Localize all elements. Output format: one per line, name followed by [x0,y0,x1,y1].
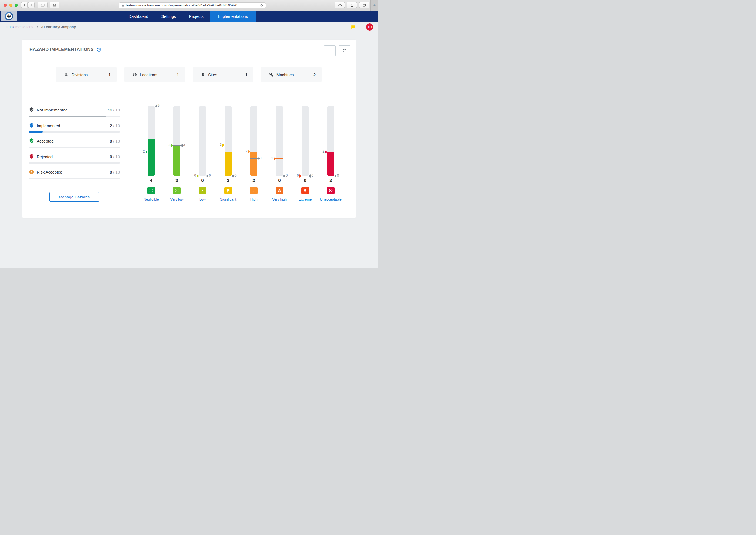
refresh-button[interactable] [338,45,350,56]
focus-dot-icon [199,187,206,194]
right-marker-value: 0 [209,174,216,177]
category-label[interactable]: Very low [164,197,190,201]
sidebar-icon [41,3,45,7]
shield-check-icon [29,154,35,161]
risk-bar-significant[interactable]: 302Significant [216,106,241,203]
left-marker-line [276,158,283,159]
bar-value: 2 [318,178,344,183]
close-window-icon[interactable] [4,4,7,7]
risk-bar-high[interactable]: 212High [241,106,267,203]
tab-overview-button[interactable] [359,2,369,8]
share-button[interactable] [347,2,357,8]
user-avatar[interactable]: TU [366,23,373,31]
new-tab-icon[interactable]: + [370,0,378,11]
risk-bar-very-high[interactable]: 100Very high [267,106,292,203]
building-icon [64,72,69,77]
app-navbar: TÜV SÜD Dashboard Settings Projects Impl… [0,11,378,22]
manage-hazards-button[interactable]: Manage Hazards [49,192,99,202]
shield-check-icon [29,123,35,129]
bar-value: 2 [216,178,241,183]
minimize-window-icon[interactable] [9,4,13,7]
zoom-window-icon[interactable] [15,4,18,7]
tab-implementations[interactable]: Implementations [210,11,256,22]
risk-bar-unacceptable[interactable]: 202Unacceptable [318,106,344,203]
sidebar-button[interactable] [38,2,47,8]
status-progressbar [29,116,120,117]
tab-dashboard[interactable]: Dashboard [122,11,155,22]
tab-settings[interactable]: Settings [155,11,182,22]
category-label[interactable]: Very high [267,197,292,201]
stat-label: Divisions [72,72,88,77]
risk-bar-very-low[interactable]: 333Very low [164,106,190,203]
bar-track [199,106,206,176]
right-marker-value: 1 [260,156,267,160]
warning-triangle-icon [276,187,283,194]
nav-tabs: Dashboard Settings Projects Implementati… [0,11,378,22]
right-marker-icon [257,157,259,160]
status-progressbar [29,131,120,132]
stat-label: Sites [208,72,217,77]
right-marker-icon [308,174,311,178]
status-count: 11 / 13 [108,108,120,112]
category-label[interactable]: Low [190,197,216,201]
address-bar[interactable]: test-mcomone.tuev-sued.com/implementatio… [119,2,266,8]
breadcrumb: Implementations AFebruaryCompany [7,22,76,32]
filter-button[interactable] [324,45,335,56]
status-count: 2 / 13 [110,123,120,128]
focus-corners-icon [147,187,155,194]
stat-label: Locations [140,72,157,77]
tab-projects[interactable]: Projects [183,11,210,22]
help-icon[interactable] [96,47,102,52]
status-row-risk-accepted: Risk Accepted 0 / 13 [29,169,120,183]
hazard-implementations-card: HAZARD IMPLEMENTATIONS Divisions 1 Locat… [22,40,356,218]
reload-icon[interactable] [260,4,264,7]
back-button[interactable] [21,2,28,8]
chat-icon[interactable] [350,25,356,31]
home-icon [52,3,57,7]
forward-button[interactable] [28,2,35,8]
home-button[interactable] [50,2,59,8]
risk-bar-low[interactable]: 000Low [190,106,216,203]
right-marker-icon [206,174,208,178]
share-icon [350,3,354,7]
status-row-not-implemented: Not Implemented 11 / 13 [29,107,120,121]
stat-card-divisions: Divisions 1 [56,67,117,82]
bar-value: 2 [241,178,267,183]
category-label[interactable]: Negligible [138,197,164,201]
category-label[interactable]: Unacceptable [318,197,344,201]
left-marker-value: 0 [292,174,299,177]
stat-label: Machines [276,72,294,77]
focus-dot-small-icon [173,187,181,194]
icloud-tabs-button[interactable] [335,2,345,8]
bar-value: 0 [292,178,318,183]
stat-value: 2 [313,72,316,77]
breadcrumb-link-implementations[interactable]: Implementations [7,25,33,29]
category-label[interactable]: Extreme [292,197,318,201]
left-marker-value: 3 [164,143,171,147]
right-marker-icon [334,174,336,178]
shield-check-icon [29,107,35,114]
risk-bar-extreme[interactable]: 000Extreme [292,106,318,203]
right-marker-icon [232,174,234,178]
risk-bar-negligible[interactable]: 294Negligible [138,106,164,203]
bar-fill [148,139,155,176]
stat-card-machines: Machines 2 [261,67,322,82]
status-progressbar [29,178,120,179]
category-label[interactable]: Significant [216,197,241,201]
browser-toolbar: test-mcomone.tuev-sued.com/implementatio… [0,0,378,11]
bar-fill [173,146,180,176]
status-row-accepted: Accepted 0 / 13 [29,138,120,152]
right-marker-value: 3 [183,143,190,147]
left-marker-value: 0 [190,174,196,177]
bar-fill [225,152,232,176]
status-row-rejected: Rejected 0 / 13 [29,154,120,167]
status-progressbar [29,162,120,164]
stat-value: 1 [177,72,179,77]
bar-fill [250,152,257,176]
left-marker-icon [300,174,302,178]
badge-exclamation-icon [29,169,35,176]
status-progressbar [29,147,120,148]
shield-check-icon [29,138,35,145]
category-label[interactable]: High [241,197,267,201]
left-marker-icon [325,150,327,154]
